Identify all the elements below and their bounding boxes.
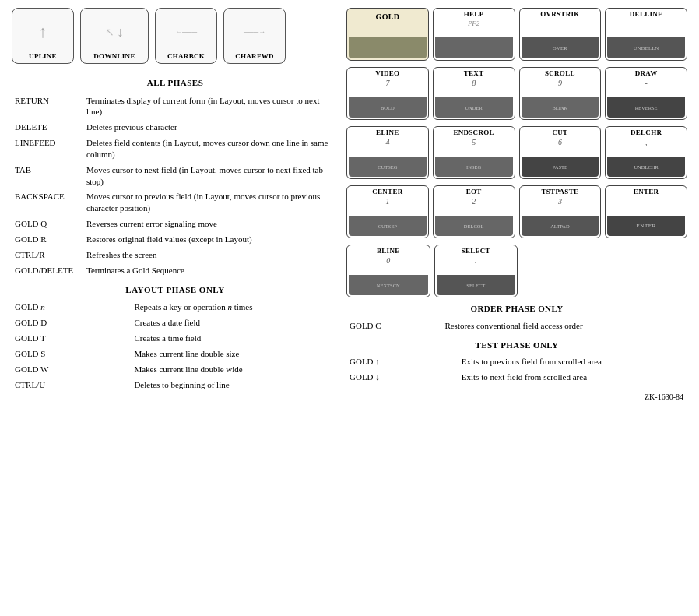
list-item: DELETE Deletes previous character (13, 121, 337, 135)
kbd-row-2: VIDEO 7 BOLD TEXT 8 UNDER SCROLL 9 BLINK (346, 67, 687, 120)
list-item: GOLD R Restores original field values (e… (13, 232, 337, 246)
key-name: GOLD Q (13, 217, 83, 231)
help-sub: PF2 (468, 19, 480, 27)
list-item: GOLD Q Reverses current error signaling … (13, 217, 337, 231)
key-desc: Creates a date field (132, 316, 337, 330)
kbd-row-3: ELINE 4 CUTSEG ENDSCROL 5 INSEG CUT 6 PA… (346, 126, 687, 179)
eline-label: ELINE (376, 129, 399, 137)
tstpaste-key[interactable]: TSTPASTE 3 ALTPAD (519, 185, 602, 238)
key-name: LINEFEED (13, 136, 83, 162)
bline-key[interactable]: BLINE 0 NEXTSCN (346, 245, 430, 297)
delline-label: DELLINE (630, 11, 663, 19)
charbck-icon: ←─── (175, 12, 197, 52)
endscrol-sub: 5 (472, 138, 476, 146)
charfwd-key[interactable]: ───→ CHARFWD (223, 8, 286, 64)
key-desc: Deletes previous character (85, 121, 337, 135)
center-key[interactable]: CENTER 1 CUTSEP (346, 185, 429, 238)
list-item: RETURN Terminates display of current for… (13, 93, 337, 119)
list-item: GOLD n Repeats a key or operation n time… (13, 301, 337, 315)
charfwd-label: CHARFWD (235, 52, 274, 62)
upline-key[interactable]: ↑ UPLINE (12, 8, 74, 64)
list-item: BACKSPACE Moves cursor to previous field… (13, 190, 337, 216)
ovrstrik-label: OVRSTRIK (540, 11, 579, 19)
eot-sub: 2 (472, 197, 476, 206)
list-item: GOLD C Restores conventional field acces… (348, 319, 686, 333)
layout-phase-table: GOLD n Repeats a key or operation n time… (12, 299, 339, 393)
draw-key[interactable]: DRAW - REVERSE (605, 67, 687, 120)
key-desc: Moves cursor to next field (in Layout, m… (85, 163, 337, 188)
gold-label: GOLD (376, 12, 400, 21)
video-key[interactable]: VIDEO 7 BOLD (346, 67, 429, 120)
eot-key[interactable]: EOT 2 DELCOL (433, 185, 515, 238)
test-phase-heading: TEST PHASE ONLY (346, 340, 687, 350)
key-desc: Moves cursor to previous field (in Layou… (85, 190, 337, 216)
list-item: GOLD S Makes current line double size (13, 347, 337, 361)
list-item: TAB Moves cursor to next field (in Layou… (13, 163, 337, 188)
key-name: GOLD S (13, 347, 131, 361)
select-key[interactable]: SELECT . SELECT (434, 245, 518, 297)
delline-key[interactable]: DELLINE UNDELLN (605, 8, 687, 61)
endscrol-key[interactable]: ENDSCROL 5 INSEG (433, 126, 515, 179)
gold-key[interactable]: GOLD (346, 8, 429, 61)
list-item: GOLD ↓ Exits to next field from scrolled… (348, 371, 686, 385)
endscrol-label: ENDSCROL (453, 129, 494, 137)
all-phases-heading: ALL PHASES (12, 78, 339, 87)
text-label: TEXT (464, 70, 484, 78)
key-desc: Reverses current error signaling move (85, 217, 337, 231)
center-label: CENTER (372, 188, 402, 196)
key-desc: Creates a time field (132, 332, 337, 346)
scroll-key[interactable]: SCROLL 9 BLINK (519, 67, 602, 120)
eline-sub: 4 (385, 138, 389, 146)
enter-key[interactable]: ENTER ENTER (605, 185, 687, 238)
charbck-key[interactable]: ←─── CHARBCK (155, 8, 217, 64)
reference-code: ZK-1630-84 (346, 392, 687, 401)
order-phase-heading: ORDER PHASE ONLY (346, 304, 687, 313)
ovrstrik-key[interactable]: OVRSTRIK OVER (519, 8, 602, 61)
key-name: GOLD D (13, 316, 131, 330)
key-desc: Terminates display of current form (in L… (85, 93, 337, 119)
video-sub: 7 (385, 79, 389, 87)
video-label: VIDEO (375, 70, 399, 78)
select-sub: . (475, 256, 477, 265)
eot-label: EOT (466, 188, 482, 196)
help-key[interactable]: HELP PF2 (433, 8, 515, 61)
right-bottom-sections: ORDER PHASE ONLY GOLD C Restores convent… (346, 304, 687, 401)
key-desc: Refreshes the screen (85, 248, 337, 262)
kbd-row-1: GOLD HELP PF2 OVRSTRIK OVER DELLINE UNDE (346, 8, 687, 61)
downline-label: DOWNLINE (93, 52, 135, 62)
layout-phase-section: LAYOUT PHASE ONLY GOLD n Repeats a key o… (12, 285, 339, 393)
list-item: GOLD T Creates a time field (13, 332, 337, 346)
list-item: LINEFEED Deletes field contents (in Layo… (13, 136, 337, 162)
tstpaste-label: TSTPASTE (541, 188, 578, 196)
delchr-key[interactable]: DELCHR , UNDLCHR (605, 126, 687, 179)
key-name: GOLD/DELETE (13, 263, 83, 277)
bline-sub: 0 (386, 256, 390, 265)
scroll-label: SCROLL (545, 70, 575, 78)
draw-sub: - (645, 79, 647, 87)
charbck-label: CHARBCK (167, 52, 205, 62)
list-item: GOLD W Makes current line double wide (13, 362, 337, 376)
main-layout: ↑ UPLINE ↖ ↓ DOWNLINE ←─── CHARBC (12, 8, 687, 401)
cut-key[interactable]: CUT 6 PASTE (519, 126, 602, 179)
downline-key[interactable]: ↖ ↓ DOWNLINE (80, 8, 149, 64)
key-name: RETURN (13, 93, 83, 119)
keys-row: ↑ UPLINE ↖ ↓ DOWNLINE ←─── CHARBC (12, 8, 339, 64)
center-sub: 1 (385, 197, 389, 206)
key-desc: Repeats a key or operation n times (132, 301, 337, 315)
key-name: GOLD W (13, 362, 131, 376)
upline-label: UPLINE (29, 52, 57, 62)
text-key[interactable]: TEXT 8 UNDER (433, 67, 515, 120)
eline-key[interactable]: ELINE 4 CUTSEG (346, 126, 429, 179)
all-phases-table: RETURN Terminates display of current for… (12, 92, 339, 279)
all-phases-section: ALL PHASES RETURN Terminates display of … (12, 78, 339, 279)
test-phase-table: GOLD ↑ Exits to previous field from scro… (346, 354, 687, 386)
list-item: GOLD ↑ Exits to previous field from scro… (348, 355, 686, 369)
key-name: CTRL/U (13, 378, 131, 392)
key-name: DELETE (13, 121, 83, 135)
key-desc: Restores conventional field access order (443, 319, 686, 333)
left-panel: ↑ UPLINE ↖ ↓ DOWNLINE ←─── CHARBC (12, 8, 339, 401)
upline-icon: ↑ (39, 12, 47, 52)
delchr-sub: , (645, 138, 648, 146)
key-desc: Makes current line double wide (132, 362, 337, 376)
key-desc: Restores original field values (except i… (85, 232, 337, 246)
